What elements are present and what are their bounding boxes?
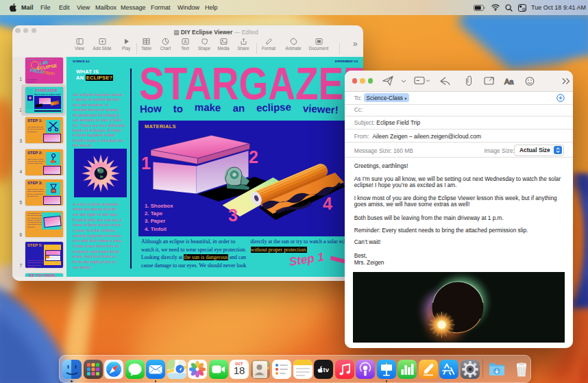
svg-text:3: 3 xyxy=(228,206,238,225)
svg-text:1: 1 xyxy=(141,153,151,173)
svg-text:2: 2 xyxy=(249,147,258,166)
svg-text:4: 4 xyxy=(323,194,332,213)
svg-text:Aa: Aa xyxy=(504,77,514,86)
svg-text:A: A xyxy=(184,39,187,44)
